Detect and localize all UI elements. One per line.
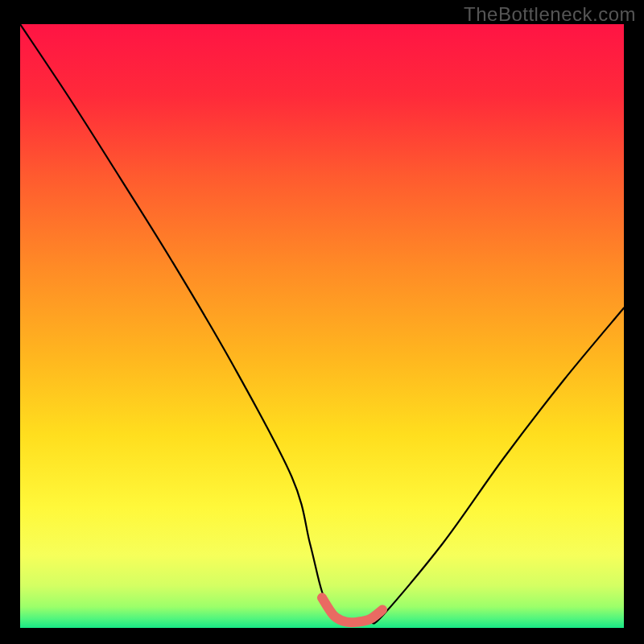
bottleneck-chart — [20, 24, 624, 628]
gradient-background — [20, 24, 624, 628]
chart-frame: TheBottleneck.com — [0, 0, 644, 644]
watermark-text: TheBottleneck.com — [464, 3, 636, 26]
